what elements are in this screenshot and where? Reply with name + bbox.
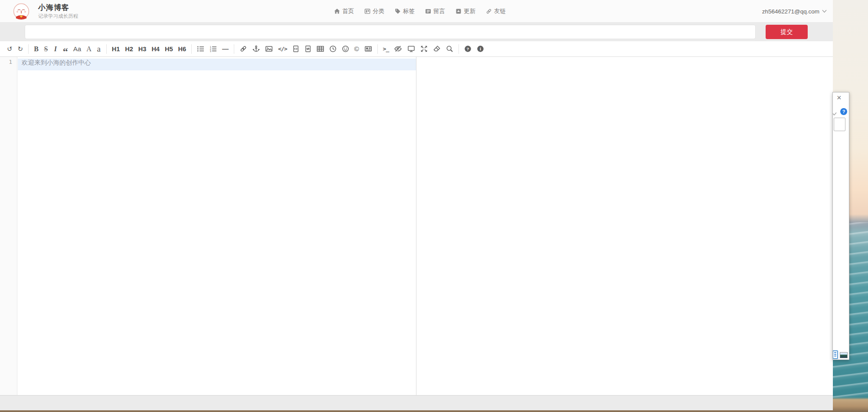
- toolbar-info-button[interactable]: i: [474, 43, 487, 56]
- toolbar-h4-button[interactable]: H4: [149, 43, 162, 56]
- toolbar-help-button[interactable]: ?: [462, 43, 474, 56]
- document-list-icon[interactable]: [832, 350, 838, 359]
- post-title-input[interactable]: [25, 25, 756, 39]
- toolbar-pagebreak-button[interactable]: [362, 43, 375, 56]
- chevron-down-icon: [822, 10, 827, 13]
- toolbar-bold-button[interactable]: B: [31, 43, 41, 56]
- user-account-menu[interactable]: zh56462271@qq.com: [762, 0, 827, 23]
- toolbar-hr-button[interactable]: —: [219, 43, 231, 56]
- compose-title-bar: 提交: [0, 23, 833, 41]
- nav-item-label: 首页: [342, 7, 354, 15]
- toolbar-uppercase-button[interactable]: A: [84, 43, 94, 56]
- nav-item-label: 标签: [403, 7, 415, 15]
- chevron-down-icon[interactable]: [832, 110, 837, 118]
- toolbar-watch-button[interactable]: [391, 43, 405, 56]
- nav-item-friend-links[interactable]: 友链: [486, 7, 506, 15]
- toolbar-separator: [459, 44, 459, 54]
- editor-lines[interactable]: 欢迎来到小海的创作中心: [18, 57, 416, 395]
- toolbar-image-button[interactable]: [262, 43, 275, 56]
- site-header: 小海博客 记录学习成长历程 首页分类标签留言更新友链 zh56462271@qq…: [0, 0, 833, 23]
- toolbar-undo-button[interactable]: ↺: [4, 43, 15, 56]
- site-logo-avatar: [13, 3, 29, 20]
- toolbar-preformatted-text-button[interactable]: [290, 43, 302, 56]
- blog-compose-page: 小海博客 记录学习成长历程 首页分类标签留言更新友链 zh56462271@qq…: [0, 0, 833, 410]
- toolbar-h6-button[interactable]: H6: [175, 43, 189, 56]
- toolbar-ucwords-button[interactable]: Aa: [71, 43, 84, 56]
- toolbar-h2-button[interactable]: H2: [122, 43, 136, 56]
- site-brand[interactable]: 小海博客 记录学习成长历程: [13, 3, 78, 20]
- question-circle-icon[interactable]: ?: [840, 108, 847, 115]
- close-icon[interactable]: ×: [837, 93, 842, 102]
- site-subtitle: 记录学习成长历程: [38, 13, 78, 20]
- editor-active-line[interactable]: 欢迎来到小海的创作中心: [18, 59, 416, 70]
- nav-item-label: 分类: [373, 7, 384, 15]
- toolbar-separator: [106, 44, 107, 54]
- nav-item-categories[interactable]: 分类: [364, 7, 384, 15]
- browser-viewport: 小海博客 记录学习成长历程 首页分类标签留言更新友链 zh56462271@qq…: [0, 0, 868, 412]
- toolbar-anchor-button[interactable]: [250, 43, 262, 56]
- toolbar-fullscreen-button[interactable]: [418, 43, 430, 56]
- toolbar-separator: [191, 44, 192, 54]
- toolbar-redo-button[interactable]: ↻: [15, 43, 26, 56]
- toolbar-list-ul-button[interactable]: [194, 43, 207, 56]
- toolbar-separator: [28, 44, 29, 54]
- toolbar-lowercase-button[interactable]: a: [94, 43, 104, 56]
- codemirror-editor-pane[interactable]: 1 欢迎来到小海的创作中心: [0, 57, 416, 395]
- image-thumbnail-icon[interactable]: [840, 352, 848, 358]
- markdown-preview-pane[interactable]: [417, 57, 833, 395]
- tag-icon: [395, 8, 401, 14]
- toolbar-table-button[interactable]: [314, 43, 327, 56]
- footer-background: [0, 396, 833, 410]
- toolbar-italic-button[interactable]: I: [51, 43, 60, 56]
- toolbar-html-entities-button[interactable]: ©: [352, 43, 362, 56]
- popup-input[interactable]: [834, 118, 845, 131]
- main-nav: 首页分类标签留言更新友链: [334, 0, 506, 23]
- toolbar-preview-button[interactable]: [405, 43, 418, 56]
- toolbar-code-block-button[interactable]: [302, 43, 314, 56]
- columns-icon: [364, 8, 370, 14]
- home-icon: [334, 8, 340, 14]
- chain-link-icon: [486, 8, 492, 14]
- nav-item-label: 更新: [464, 7, 475, 15]
- line-number: 1: [0, 59, 17, 70]
- toolbar-code-button[interactable]: </>: [275, 43, 289, 56]
- nav-item-home[interactable]: 首页: [334, 7, 354, 15]
- markdown-editor: 1 欢迎来到小海的创作中心: [0, 57, 833, 396]
- toolbar-separator: [377, 44, 378, 54]
- nav-item-updates[interactable]: 更新: [455, 7, 475, 15]
- nav-item-comments[interactable]: 留言: [425, 7, 445, 15]
- toolbar-quote-button[interactable]: “: [60, 43, 71, 56]
- svg-text:i: i: [480, 46, 481, 51]
- svg-text:3: 3: [210, 50, 211, 53]
- nav-item-label: 留言: [433, 7, 445, 15]
- toolbar-search-button[interactable]: [443, 43, 456, 56]
- toolbar-h3-button[interactable]: H3: [136, 43, 149, 56]
- toolbar-h1-button[interactable]: H1: [109, 43, 123, 56]
- caret-square-up-icon: [455, 8, 462, 14]
- nav-item-label: 友链: [494, 7, 506, 15]
- user-email: zh56462271@qq.com: [762, 8, 819, 15]
- submit-button[interactable]: 提交: [766, 25, 808, 39]
- toolbar-datetime-button[interactable]: [327, 43, 339, 56]
- editor-toolbar: ↺↻BSI“AaAaH1H2H3H4H5H6123—</>©>_?i: [0, 41, 833, 57]
- brand-text: 小海博客 记录学习成长历程: [38, 3, 78, 20]
- line-number-gutter: 1: [0, 57, 17, 395]
- svg-text:?: ?: [467, 46, 469, 51]
- toolbar-h5-button[interactable]: H5: [162, 43, 176, 56]
- list-alt-icon: [425, 8, 431, 14]
- toolbar-clear-button[interactable]: [430, 43, 443, 56]
- toolbar-emoji-button[interactable]: [339, 43, 352, 56]
- nav-item-tags[interactable]: 标签: [395, 7, 415, 15]
- toolbar-separator: [234, 44, 234, 54]
- toolbar-del-button[interactable]: S: [41, 43, 51, 56]
- toolbar-link-button[interactable]: [237, 43, 250, 56]
- site-title[interactable]: 小海博客: [38, 3, 78, 12]
- floating-side-popup: × ?: [832, 92, 849, 360]
- toolbar-goto-line-button[interactable]: >_: [380, 43, 392, 56]
- toolbar-list-ol-button[interactable]: 123: [207, 43, 219, 56]
